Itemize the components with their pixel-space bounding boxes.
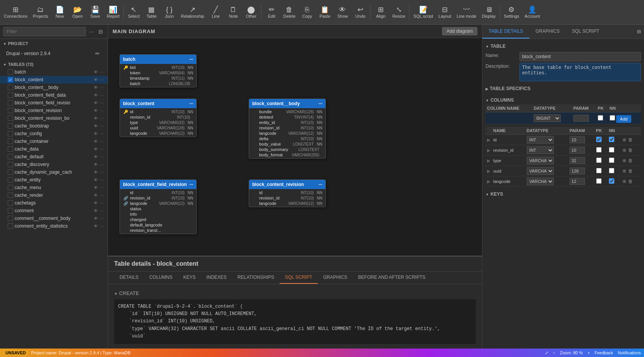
list-item[interactable]: changed xyxy=(120,217,196,222)
display-btn[interactable]: 🖥 Display xyxy=(479,2,498,23)
sidebar-item-block_content_field_data[interactable]: block_content_field_data👁··· xyxy=(0,91,108,99)
list-item[interactable]: revision_transl... xyxy=(120,228,196,233)
table-eye-icon[interactable]: 👁 xyxy=(93,70,99,74)
bottom-tab-before-and-after-scripts[interactable]: BEFORE AND AFTER SCRIPTS xyxy=(353,272,431,284)
table-more-icon[interactable]: ··· xyxy=(99,162,105,167)
list-item[interactable]: 🔗revision_idINT(10)NN xyxy=(120,195,196,201)
sidebar-item-batch[interactable]: batch👁··· xyxy=(0,68,108,76)
copy-btn[interactable]: ⎘ Copy xyxy=(298,2,315,23)
col-nn-checkbox[interactable] xyxy=(609,178,614,184)
list-item[interactable]: deletedTINYINT(4)NN xyxy=(249,114,325,120)
col-delete-btn[interactable]: 🗑 xyxy=(628,137,633,143)
list-item[interactable]: 🔑idINT(10)NN xyxy=(120,109,196,114)
col-pk-checkbox[interactable] xyxy=(596,168,602,173)
sidebar-item-cache_menu[interactable]: cache_menu👁··· xyxy=(0,184,108,191)
sqlscript-btn[interactable]: 📝 SQL script xyxy=(411,2,435,23)
right-tab-table-details[interactable]: TABLE DETAILS xyxy=(482,25,529,39)
col-param-input[interactable] xyxy=(570,168,585,174)
project-section-header[interactable]: PROJECT xyxy=(0,39,108,48)
col-pk-checkbox[interactable] xyxy=(596,137,602,142)
list-item[interactable]: langcodeVARCHAR(12)NN xyxy=(120,131,196,136)
table-eye-icon[interactable]: 👁 xyxy=(93,193,99,198)
bottom-tab-columns[interactable]: COLUMNS xyxy=(144,272,178,284)
col-param-input[interactable] xyxy=(570,178,585,185)
col-move-btn[interactable]: ⊕ xyxy=(622,137,627,143)
col-delete-btn[interactable]: 🗑 xyxy=(628,158,633,164)
list-item[interactable]: revision_idINT(10) xyxy=(120,114,196,120)
list-item[interactable]: 🔑bidINT(10)NN xyxy=(120,65,196,70)
undo-btn[interactable]: ↩ Undo xyxy=(352,2,369,23)
list-item[interactable]: body_summaryLONGTEXT xyxy=(249,147,325,152)
col-datatype-select[interactable]: VARCHAR xyxy=(527,167,554,175)
db-table-header[interactable]: block_content_revision··· xyxy=(249,180,325,189)
db-table-card-block_content_field_revision[interactable]: block_content_field_revision···idINT(10)… xyxy=(120,179,197,234)
list-item[interactable]: idINT(10)NN xyxy=(120,190,196,195)
col-nn-checkbox[interactable] xyxy=(609,147,614,153)
table-more-icon[interactable]: ··· xyxy=(99,185,105,190)
filter-input[interactable] xyxy=(3,27,86,36)
feedback-link[interactable]: Feedback xyxy=(595,350,613,355)
name-input[interactable] xyxy=(519,52,641,61)
bottom-tab-relationships[interactable]: RELATIONSHIPS xyxy=(232,272,280,284)
table-more-icon[interactable]: ··· xyxy=(99,124,105,128)
table-eye-icon[interactable]: 👁 xyxy=(93,124,99,128)
show-btn[interactable]: 👁 Show xyxy=(334,2,351,23)
add-diagram-button[interactable]: Add diagram xyxy=(442,27,477,35)
right-panel-toggle-btn[interactable]: ⊟ xyxy=(634,25,644,39)
sidebar-item-cache_discovery[interactable]: cache_discovery👁··· xyxy=(0,161,108,168)
table-eye-icon[interactable]: 👁 xyxy=(93,162,99,167)
table-eye-icon[interactable]: 👁 xyxy=(93,178,99,182)
description-textarea[interactable] xyxy=(519,63,641,81)
col-param-input[interactable] xyxy=(570,157,585,164)
right-tab-sql-script[interactable]: SQL SCRIPT xyxy=(566,25,605,39)
select-btn[interactable]: ↖ Select xyxy=(125,2,142,23)
table-eye-icon[interactable]: 👁 xyxy=(93,101,99,105)
row-expander-icon[interactable]: ▶ xyxy=(487,158,490,163)
table-card-menu-icon[interactable]: ··· xyxy=(189,182,193,187)
table-more-icon[interactable]: ··· xyxy=(99,193,105,198)
table-more-icon[interactable]: ··· xyxy=(99,85,105,90)
table-more-icon[interactable]: ··· xyxy=(99,224,105,228)
table-eye-icon[interactable]: 👁 xyxy=(93,116,99,121)
db-table-header[interactable]: block_content··· xyxy=(120,99,196,108)
sidebar-item-block_content_revision_bo[interactable]: block_content_revision_bo👁··· xyxy=(0,114,108,122)
right-tab-graphics[interactable]: GRAPHICS xyxy=(529,25,566,39)
table-eye-icon[interactable]: 👁 xyxy=(93,216,99,221)
table-card-menu-icon[interactable]: ··· xyxy=(189,57,193,62)
zoom-plus-btn[interactable]: + xyxy=(587,350,590,355)
col-move-btn[interactable]: ⊕ xyxy=(622,178,627,184)
table-more-icon[interactable]: ··· xyxy=(99,131,105,136)
list-item[interactable]: batchLONGBLOB xyxy=(120,81,196,86)
db-table-header[interactable]: block_content_field_revision··· xyxy=(120,180,196,189)
sidebar-item-cache_render[interactable]: cache_render👁··· xyxy=(0,191,108,199)
note-btn[interactable]: 🗒 Note xyxy=(225,2,242,23)
edit-btn[interactable]: ✏ Edit xyxy=(263,2,280,23)
line-btn[interactable]: ╱ Line xyxy=(207,2,224,23)
col-delete-btn[interactable]: 🗑 xyxy=(628,147,633,153)
list-item[interactable]: status xyxy=(120,206,196,211)
col-pk-checkbox[interactable] xyxy=(596,147,602,153)
account-btn[interactable]: 👤 Account xyxy=(522,2,542,23)
table-eye-icon[interactable]: 👁 xyxy=(93,139,99,144)
tables-section-header[interactable]: TABLES (72) xyxy=(0,60,108,68)
new-col-param-input[interactable] xyxy=(573,115,589,122)
list-item[interactable]: typeVARCHAR(32)NN xyxy=(120,120,196,125)
col-move-btn[interactable]: ⊕ xyxy=(622,168,627,174)
columns-section-header[interactable]: COLUMNS xyxy=(486,96,641,104)
list-item[interactable]: tokenVARCHAR(64)NN xyxy=(120,70,196,75)
layout-btn[interactable]: ⊟ Layout xyxy=(436,2,453,23)
open-btn[interactable]: 📂 Open xyxy=(69,2,86,23)
list-item[interactable]: langcodeVARCHAR(12)NN xyxy=(249,201,325,206)
sidebar-item-block_content_field_revisio[interactable]: block_content_field_revisio👁··· xyxy=(0,99,108,107)
col-datatype-select[interactable]: INT xyxy=(527,146,554,154)
bottom-tab-details[interactable]: DETAILS xyxy=(114,272,144,284)
list-item[interactable]: default_langcode xyxy=(120,222,196,228)
list-item[interactable]: 🔗langcodeVARCHAR(12)NN xyxy=(120,201,196,206)
table-specifics-header[interactable]: TABLE SPECIFICS xyxy=(486,84,641,93)
table-more-icon[interactable]: ··· xyxy=(99,170,105,174)
col-nn-checkbox[interactable] xyxy=(609,168,614,173)
other-btn[interactable]: ⬤ Other xyxy=(243,2,260,23)
row-expander-icon[interactable]: ▶ xyxy=(487,169,490,173)
bottom-tab-indexes[interactable]: INDEXES xyxy=(201,272,232,284)
save-btn[interactable]: 💾 Save xyxy=(87,2,104,23)
